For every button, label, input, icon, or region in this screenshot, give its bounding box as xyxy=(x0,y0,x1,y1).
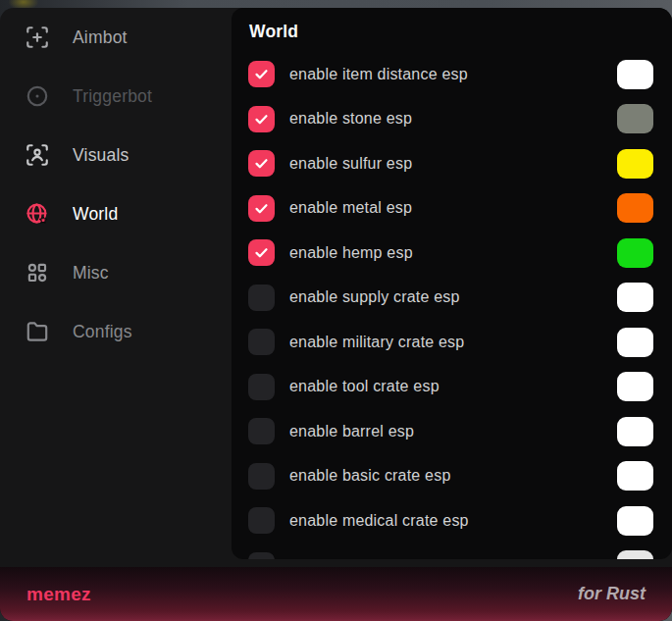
setting-row: enable supply crate esp xyxy=(232,276,672,321)
world-panel: World enable item distance espenable sto… xyxy=(232,8,672,559)
sidebar-item-label: Misc xyxy=(73,263,109,284)
shapes-icon xyxy=(25,260,50,285)
setting-row: enable item distance esp xyxy=(232,52,672,97)
checkbox[interactable] xyxy=(248,418,275,444)
setting-label: enable tool crate esp xyxy=(289,378,439,395)
color-swatch[interactable] xyxy=(617,193,653,223)
sidebar-item-visuals[interactable]: Visuals xyxy=(0,126,232,184)
checkbox[interactable] xyxy=(248,463,275,490)
setting-label: enable barrel esp xyxy=(289,423,414,440)
cheat-menu-window: AimbotTriggerbotVisualsWorldMiscConfigs … xyxy=(0,8,672,621)
settings-list: enable item distance espenable stone esp… xyxy=(232,52,672,559)
checkbox[interactable] xyxy=(248,150,275,177)
setting-row: enable military crate esp xyxy=(232,320,672,365)
color-swatch[interactable] xyxy=(617,506,653,536)
sidebar-item-label: Aimbot xyxy=(73,27,128,48)
setting-label: enable item distance esp xyxy=(289,66,468,83)
setting-row: enable sulfur esp xyxy=(232,141,672,186)
checkbox[interactable] xyxy=(248,106,275,132)
page-title: World xyxy=(249,22,672,42)
sidebar: AimbotTriggerbotVisualsWorldMiscConfigs xyxy=(0,8,232,559)
setting-label: enable supply crate esp xyxy=(289,288,460,306)
color-swatch[interactable] xyxy=(617,417,653,446)
setting-row: enable medical crate esp xyxy=(232,498,672,543)
checkbox[interactable] xyxy=(248,61,275,87)
setting-row: enable barrel esp xyxy=(232,409,672,454)
tagline-label: for Rust xyxy=(578,584,646,604)
brand-label: memez xyxy=(26,584,91,605)
setting-label: enable hemp esp xyxy=(289,244,413,262)
checkbox[interactable] xyxy=(248,552,275,559)
setting-label: enable medical crate esp xyxy=(289,512,469,530)
setting-row: enable stone esp xyxy=(232,97,672,142)
setting-row: enable metal esp xyxy=(232,186,672,232)
sidebar-item-label: Configs xyxy=(73,322,132,342)
setting-row xyxy=(232,543,672,560)
setting-label: enable basic crate esp xyxy=(289,467,451,485)
sidebar-item-label: Triggerbot xyxy=(73,86,152,107)
setting-label: enable stone esp xyxy=(289,110,412,128)
footer-bar: memez for Rust xyxy=(0,567,672,621)
sidebar-item-aimbot[interactable]: Aimbot xyxy=(0,8,232,67)
color-swatch[interactable] xyxy=(617,550,653,559)
color-swatch[interactable] xyxy=(617,461,653,491)
color-swatch[interactable] xyxy=(617,328,653,357)
sidebar-item-misc[interactable]: Misc xyxy=(0,243,232,302)
sidebar-item-triggerbot[interactable]: Triggerbot xyxy=(0,67,232,126)
setting-label: enable military crate esp xyxy=(289,334,464,351)
color-swatch[interactable] xyxy=(617,238,653,268)
color-swatch[interactable] xyxy=(617,149,653,179)
checkbox[interactable] xyxy=(248,329,275,355)
setting-label: enable sulfur esp xyxy=(289,155,412,173)
color-swatch[interactable] xyxy=(617,104,653,133)
setting-row: enable basic crate esp xyxy=(232,454,672,499)
sidebar-item-label: Visuals xyxy=(73,145,129,166)
color-swatch[interactable] xyxy=(617,372,653,401)
circle-dot-icon xyxy=(25,83,50,109)
checkbox[interactable] xyxy=(248,507,275,534)
sidebar-item-configs[interactable]: Configs xyxy=(0,302,232,361)
crosshair-plus-icon xyxy=(25,25,50,50)
color-swatch[interactable] xyxy=(617,60,653,89)
setting-row: enable tool crate esp xyxy=(232,365,672,410)
color-swatch[interactable] xyxy=(617,283,653,312)
checkbox[interactable] xyxy=(248,285,275,311)
checkbox[interactable] xyxy=(248,239,275,266)
setting-label: enable metal esp xyxy=(289,199,412,217)
globe-star-icon xyxy=(25,201,50,227)
sidebar-item-world[interactable]: World xyxy=(0,184,232,243)
setting-row: enable hemp esp xyxy=(232,231,672,276)
checkbox[interactable] xyxy=(248,195,275,222)
sidebar-item-label: World xyxy=(73,204,118,225)
folder-icon xyxy=(25,319,50,344)
checkbox[interactable] xyxy=(248,374,275,400)
person-scan-icon xyxy=(25,142,50,168)
